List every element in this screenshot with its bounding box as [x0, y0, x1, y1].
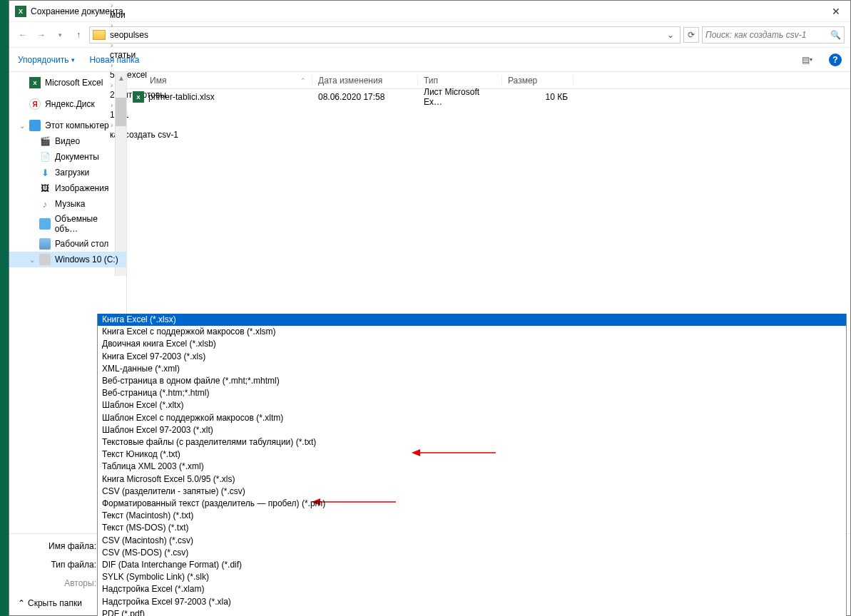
filetype-dropdown[interactable]: Книга Excel (*.xlsx)Книга Excel с поддер… [97, 314, 847, 616]
filetype-option[interactable]: Текст (Macintosh) (*.txt) [98, 510, 846, 522]
filetype-option[interactable]: Книга Excel 97-2003 (*.xls) [98, 351, 846, 363]
view-options-button[interactable]: ▤ ▾ [799, 52, 815, 68]
filetype-option[interactable]: XML-данные (*.xml) [98, 363, 846, 375]
sidebar-item-desktop[interactable]: Рабочий стол [9, 236, 126, 252]
folder-icon [93, 30, 106, 40]
filename-label: Имя файла: [18, 541, 96, 551]
chevron-right-icon: › [108, 1, 115, 9]
sidebar-item-images[interactable]: Изображения [9, 180, 126, 196]
breadcrumb-item[interactable]: мои [108, 10, 180, 20]
excel-app-icon: X [15, 6, 26, 17]
toolbar: Упорядочить ▾ Новая папка ▤ ▾ ? [9, 48, 850, 72]
back-button[interactable]: ← [15, 27, 31, 43]
filetype-option[interactable]: SYLK (Symbolic Link) (*.slk) [98, 571, 846, 583]
filetype-option[interactable]: Текстовые файлы (с разделителями табуляц… [98, 436, 846, 448]
search-field[interactable]: 🔍 [702, 26, 845, 43]
drive-icon [39, 254, 51, 265]
up-button[interactable]: ↑ [71, 27, 86, 43]
filetype-option[interactable]: Шаблон Excel 97-2003 (*.xlt) [98, 424, 846, 436]
sidebar-item-excel[interactable]: XMicrosoft Excel [9, 75, 126, 91]
search-icon[interactable]: 🔍 [830, 30, 841, 40]
column-size[interactable]: Размер [502, 76, 574, 86]
filetype-option[interactable]: Веб-страница (*.htm;*.html) [98, 387, 846, 399]
hide-folders-button[interactable]: ⌃ Скрыть папки [18, 598, 82, 608]
breadcrumb-item[interactable]: seopulses [108, 30, 180, 40]
filetype-option[interactable]: Книга Microsoft Excel 5.0/95 (*.xls) [98, 473, 846, 486]
search-input[interactable] [705, 30, 830, 40]
excel-icon: X [29, 77, 41, 88]
address-bar[interactable]: «›Рабочий стол›папки›Проекты›мои›seopuls… [89, 26, 681, 43]
filetype-option[interactable]: Форматированный текст (разделитель — про… [98, 498, 846, 510]
sidebar-item-pc[interactable]: ⌄Этот компьютер [9, 118, 126, 133]
close-button[interactable]: ✕ [827, 6, 845, 17]
downloads-icon [39, 167, 51, 178]
chevron-up-icon: ⌃ [18, 598, 25, 608]
images-icon [39, 183, 51, 194]
forward-button[interactable]: → [34, 27, 49, 43]
desktop-icon [39, 238, 51, 250]
filetype-label: Тип файла: [18, 560, 96, 570]
sidebar-item-video[interactable]: Видео [9, 133, 126, 149]
sidebar-item-drive-c[interactable]: ⌄Windows 10 (C:) [9, 252, 126, 267]
file-row[interactable]: Xprimer-tablici.xlsx08.06.2020 17:58Лист… [127, 89, 850, 105]
docs-icon [39, 151, 51, 163]
history-dropdown[interactable]: ▾ [52, 27, 68, 43]
authors-label: Авторы: [18, 575, 96, 588]
yandex-icon: Я [29, 98, 41, 110]
help-button[interactable]: ? [829, 53, 842, 66]
sidebar-item-3d[interactable]: Объемные объ… [9, 212, 126, 236]
filetype-option[interactable]: Текст Юникод (*.txt) [98, 448, 846, 461]
filetype-option[interactable]: Книга Excel (*.xlsx) [98, 314, 846, 326]
filetype-option[interactable]: Книга Excel с поддержкой макросов (*.xls… [98, 326, 846, 338]
filetype-option[interactable]: CSV (разделители - запятые) (*.csv) [98, 486, 846, 498]
xlsx-icon: X [133, 91, 144, 103]
filetype-option[interactable]: Таблица XML 2003 (*.xml) [98, 461, 846, 473]
column-type[interactable]: Тип [418, 76, 502, 86]
address-dropdown[interactable]: ⌄ [664, 30, 677, 40]
filetype-option[interactable]: Шаблон Excel (*.xltx) [98, 399, 846, 411]
new-folder-button[interactable]: Новая папка [89, 55, 139, 65]
objects-icon [39, 218, 51, 230]
sidebar-item-music[interactable]: Музыка [9, 196, 126, 212]
refresh-button[interactable]: ⟳ [683, 27, 699, 43]
sidebar-item-downloads[interactable]: Загрузки [9, 165, 126, 180]
filetype-option[interactable]: DIF (Data Interchange Format) (*.dif) [98, 559, 846, 571]
organize-button[interactable]: Упорядочить ▾ [18, 55, 75, 65]
filetype-option[interactable]: CSV (Macintosh) (*.csv) [98, 535, 846, 547]
filetype-option[interactable]: Веб-страница в одном файле (*.mht;*.mhtm… [98, 375, 846, 387]
filetype-option[interactable]: Надстройка Excel 97-2003 (*.xla) [98, 596, 846, 608]
pc-icon [29, 120, 41, 131]
filetype-option[interactable]: CSV (MS-DOS) (*.csv) [98, 547, 846, 559]
sidebar-item-yandex[interactable]: ЯЯндекс.Диск [9, 96, 126, 112]
video-icon [39, 135, 51, 147]
chevron-right-icon: › [108, 21, 115, 29]
filetype-option[interactable]: Двоичная книга Excel (*.xlsb) [98, 338, 846, 350]
column-date[interactable]: Дата изменения [312, 76, 418, 86]
sidebar-item-docs[interactable]: Документы [9, 149, 126, 165]
filetype-option[interactable]: Текст (MS-DOS) (*.txt) [98, 522, 846, 534]
music-icon [39, 198, 51, 210]
filetype-option[interactable]: PDF (*.pdf) [98, 608, 846, 616]
filetype-option[interactable]: Шаблон Excel с поддержкой макросов (*.xl… [98, 412, 846, 424]
filetype-option[interactable]: Надстройка Excel (*.xlam) [98, 583, 846, 595]
column-name[interactable]: Имя⌃ [127, 76, 312, 86]
navbar: ← → ▾ ↑ «›Рабочий стол›папки›Проекты›мои… [9, 22, 850, 48]
